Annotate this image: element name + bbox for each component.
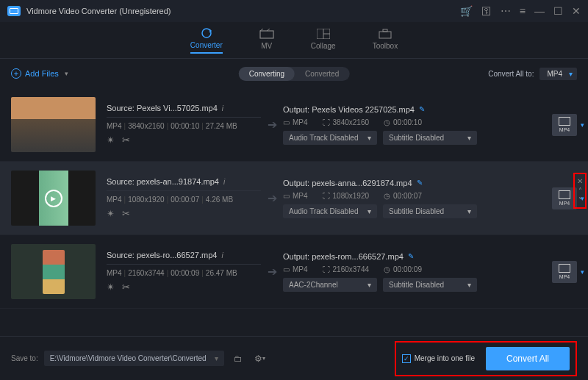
cart-icon[interactable]: 🛒 bbox=[460, 5, 473, 17]
source-column: Source: Pexels Vi...57025.mp4i MP4|3840x… bbox=[107, 104, 261, 146]
minimize-icon[interactable]: — bbox=[534, 5, 545, 17]
source-meta: MP4|1080x1920|00:00:07|4.26 MB bbox=[107, 196, 261, 204]
arrow-icon: ➔ bbox=[261, 191, 283, 205]
source-meta: MP4|3840x2160|00:00:10|27.24 MB bbox=[107, 122, 261, 130]
cut-icon[interactable]: ✂ bbox=[122, 282, 130, 293]
tab-mv-label: MV bbox=[261, 42, 272, 50]
output-filename: Output: pexels-anna...6291874.mp4✎ bbox=[283, 179, 537, 187]
convert-all-button[interactable]: Convert All bbox=[486, 347, 570, 370]
key-icon[interactable]: ⚿ bbox=[481, 5, 492, 17]
move-up-icon[interactable]: ˄ bbox=[578, 187, 582, 195]
feedback-icon[interactable]: ⋯ bbox=[501, 5, 511, 17]
subtitle-select[interactable]: Subtitle Disabled▾ bbox=[383, 278, 477, 292]
status-tabs: Converting Converted bbox=[239, 67, 350, 81]
toolbar: + Add Files ▾ Converting Converted Conve… bbox=[0, 59, 588, 88]
arrow-icon: ➔ bbox=[261, 265, 283, 279]
menu-icon[interactable]: ≡ bbox=[520, 5, 526, 17]
format-button[interactable]: MP4▾ bbox=[552, 261, 577, 283]
titlebar: Vidmore Video Converter (Unregistered) 🛒… bbox=[0, 0, 588, 22]
edit-name-icon[interactable]: ✎ bbox=[417, 179, 423, 187]
arrow-icon: ➔ bbox=[261, 118, 283, 132]
settings-button[interactable]: ⚙▾ bbox=[252, 351, 268, 367]
output-format: ▭ MP4 bbox=[283, 192, 308, 200]
audio-track-select[interactable]: AAC-2Channel▾ bbox=[283, 278, 377, 292]
chevron-down-icon: ▾ bbox=[65, 70, 68, 77]
save-path-select[interactable]: E:\Vidmore\Vidmore Video Converter\Conve… bbox=[44, 351, 224, 366]
audio-track-select[interactable]: Audio Track Disabled▾ bbox=[283, 204, 377, 218]
file-row[interactable]: Source: pexels-ro...66527.mp4i MP4|2160x… bbox=[0, 235, 588, 309]
footer-actions: ✓ Merge into one file Convert All bbox=[395, 341, 577, 376]
output-format: ▭ MP4 bbox=[283, 118, 308, 126]
tab-collage-label: Collage bbox=[311, 42, 336, 50]
output-filename: Output: Pexels Videos 2257025.mp4✎ bbox=[283, 105, 537, 114]
video-thumbnail[interactable]: ▶ bbox=[11, 171, 96, 226]
cut-icon[interactable]: ✂ bbox=[122, 135, 130, 146]
output-res: ⛶ 1080x1920 bbox=[323, 192, 370, 200]
format-button[interactable]: MP4▾ bbox=[552, 114, 577, 136]
tab-converting[interactable]: Converting bbox=[239, 67, 295, 81]
effects-icon[interactable]: ✴ bbox=[107, 282, 115, 293]
output-format: ▭ MP4 bbox=[283, 265, 308, 273]
tab-toolbox-label: Toolbox bbox=[373, 42, 398, 50]
source-column: Source: pexels-ro...66527.mp4i MP4|2160x… bbox=[107, 251, 261, 293]
window-controls: 🛒 ⚿ ⋯ ≡ — ☐ ✕ bbox=[460, 5, 581, 17]
info-icon[interactable]: i bbox=[223, 178, 225, 186]
subtitle-select[interactable]: Subtitle Disabled▾ bbox=[383, 131, 477, 145]
maximize-icon[interactable]: ☐ bbox=[553, 5, 563, 17]
merge-label-text: Merge into one file bbox=[415, 354, 475, 362]
cut-icon[interactable]: ✂ bbox=[122, 208, 130, 219]
info-icon[interactable]: i bbox=[222, 104, 223, 112]
format-select[interactable]: MP4 bbox=[539, 68, 577, 80]
output-column: Output: pexels-rom...666527.mp4✎ ▭ MP4 ⛶… bbox=[283, 252, 545, 292]
plus-icon: + bbox=[11, 68, 21, 79]
merge-checkbox[interactable]: ✓ Merge into one file bbox=[402, 354, 475, 363]
row-side-controls: ✕ ˄ ˅ bbox=[573, 173, 587, 209]
move-down-icon[interactable]: ˅ bbox=[578, 196, 582, 204]
tab-mv[interactable]: MV bbox=[259, 28, 274, 53]
output-filename: Output: pexels-rom...666527.mp4✎ bbox=[283, 252, 537, 261]
chevron-down-icon: ▾ bbox=[581, 268, 584, 276]
video-thumbnail[interactable] bbox=[11, 97, 96, 152]
file-row[interactable]: Source: Pexels Vi...57025.mp4i MP4|3840x… bbox=[0, 88, 588, 162]
svg-rect-5 bbox=[379, 32, 391, 38]
output-res: ⛶ 2160x3744 bbox=[323, 265, 370, 273]
info-icon[interactable]: i bbox=[221, 251, 223, 259]
output-column: Output: Pexels Videos 2257025.mp4✎ ▭ MP4… bbox=[283, 105, 545, 145]
audio-track-select[interactable]: Audio Track Disabled▾ bbox=[283, 131, 377, 145]
output-res: ⛶ 3840x2160 bbox=[323, 118, 370, 126]
tab-converted[interactable]: Converted bbox=[295, 67, 349, 81]
effects-icon[interactable]: ✴ bbox=[107, 208, 115, 219]
source-meta: MP4|2160x3744|00:00:09|26.47 MB bbox=[107, 269, 261, 277]
effects-icon[interactable]: ✴ bbox=[107, 135, 115, 146]
mv-icon bbox=[259, 28, 274, 40]
source-filename: Source: pexels-ro...66527.mp4i bbox=[107, 251, 261, 259]
add-files-label: Add Files bbox=[25, 69, 59, 78]
tab-converter[interactable]: Converter bbox=[190, 27, 223, 54]
file-row[interactable]: ▶ Source: pexels-an...91874.mp4i MP4|108… bbox=[0, 162, 588, 235]
svg-rect-1 bbox=[260, 31, 273, 38]
svg-rect-6 bbox=[383, 29, 387, 32]
source-column: Source: pexels-an...91874.mp4i MP4|1080x… bbox=[107, 177, 261, 219]
app-logo-icon bbox=[7, 6, 21, 16]
edit-name-icon[interactable]: ✎ bbox=[419, 105, 425, 113]
add-files-button[interactable]: + Add Files ▾ bbox=[11, 68, 68, 79]
open-folder-button[interactable]: 🗀 bbox=[230, 351, 246, 367]
close-icon[interactable]: ✕ bbox=[572, 5, 581, 17]
subtitle-select[interactable]: Subtitle Disabled▾ bbox=[383, 204, 477, 218]
output-column: Output: pexels-anna...6291874.mp4✎ ▭ MP4… bbox=[283, 179, 545, 218]
source-filename: Source: pexels-an...91874.mp4i bbox=[107, 177, 261, 186]
tab-toolbox[interactable]: Toolbox bbox=[373, 28, 398, 53]
edit-name-icon[interactable]: ✎ bbox=[408, 252, 414, 260]
footer: Save to: E:\Vidmore\Vidmore Video Conver… bbox=[0, 336, 588, 380]
tab-collage[interactable]: Collage bbox=[311, 28, 336, 53]
output-dur: ◷ 00:00:10 bbox=[384, 118, 422, 126]
file-list: Source: Pexels Vi...57025.mp4i MP4|3840x… bbox=[0, 88, 588, 336]
source-filename: Source: Pexels Vi...57025.mp4i bbox=[107, 104, 261, 112]
app-title: Vidmore Video Converter (Unregistered) bbox=[26, 7, 460, 15]
converter-icon bbox=[199, 27, 214, 39]
checkbox-icon: ✓ bbox=[402, 354, 411, 363]
output-dur: ◷ 00:00:07 bbox=[384, 192, 422, 200]
remove-row-icon[interactable]: ✕ bbox=[577, 177, 583, 185]
video-thumbnail[interactable] bbox=[11, 244, 96, 299]
play-icon[interactable]: ▶ bbox=[45, 190, 62, 207]
